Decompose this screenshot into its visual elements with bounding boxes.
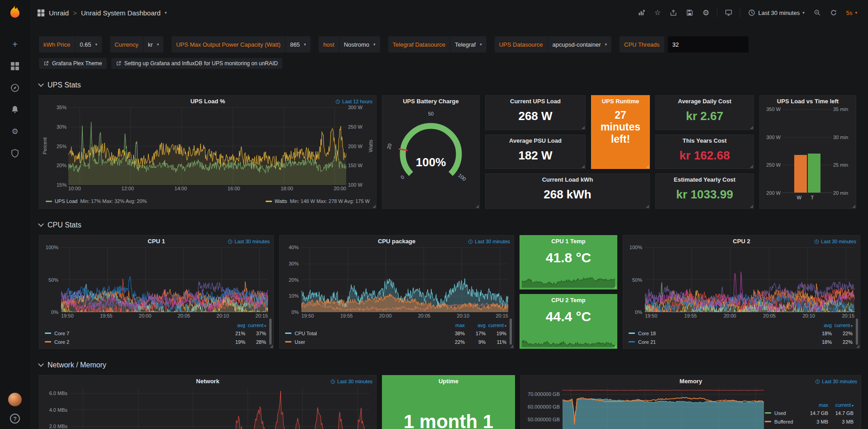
save-button[interactable] — [682, 6, 697, 19]
resize-handle[interactable] — [646, 205, 649, 208]
legend-item[interactable]: Core 1818%22% — [629, 329, 853, 337]
legend-scrollbar[interactable] — [269, 318, 272, 345]
resize-handle[interactable] — [646, 165, 649, 168]
variable-value[interactable]: Nostromo▾ — [339, 36, 380, 53]
cpu-package-chart[interactable] — [301, 247, 508, 312]
legend-sort-avg[interactable]: avg — [465, 323, 486, 328]
variable-kwh-price[interactable]: kWh Price0.65▾ — [39, 36, 102, 53]
time-range-badge[interactable]: Last 30 minutes — [466, 239, 510, 244]
legend-item[interactable]: Core 721%37% — [45, 329, 266, 337]
time-range-badge[interactable]: Last 30 minutes — [812, 239, 856, 244]
legend-item[interactable]: CPU Total38%17%19% — [285, 329, 506, 337]
panel-title[interactable]: UPS Load % — [39, 96, 376, 107]
resize-handle[interactable] — [750, 205, 753, 208]
dashboard-link-ups-monitoring-guide[interactable]: Setting up Grafana and InfluxDB for UPS … — [111, 58, 283, 69]
legend-item[interactable]: Used14.7 GB14.7 GB — [765, 409, 854, 417]
resize-handle[interactable] — [750, 126, 753, 129]
time-range-badge[interactable]: Last 30 minutes — [813, 379, 857, 384]
panel-title[interactable]: Memory — [521, 376, 861, 387]
legend-sort-avg[interactable]: avg — [811, 323, 832, 328]
panel-title[interactable]: Estimated Yearly Cost — [656, 174, 754, 186]
legend-item[interactable]: UPS LoadMin: 17% Max: 32% Avg: 20% — [46, 198, 147, 204]
memory-chart[interactable] — [563, 387, 764, 429]
zoom-out-button[interactable] — [810, 6, 825, 19]
dashboards-icon[interactable] — [5, 55, 25, 77]
refresh-button[interactable] — [826, 6, 841, 19]
legend-scrollbar[interactable] — [510, 318, 512, 345]
panel-title[interactable]: CPU 1 Temp — [520, 236, 617, 247]
variable-cpu-threads[interactable]: CPU Threads — [620, 36, 749, 53]
resize-handle[interactable] — [510, 345, 513, 348]
variable-host[interactable]: hostNostromo▾ — [319, 36, 380, 53]
row-header-cpu-stats[interactable]: CPU Stats — [39, 220, 862, 231]
refresh-interval-dropdown[interactable]: 5s ▾ — [843, 7, 861, 19]
variable-input-cpu-threads[interactable] — [668, 36, 749, 53]
share-button[interactable] — [666, 6, 681, 19]
cpu1-chart[interactable] — [61, 247, 268, 312]
variable-ups-max-output-power-capacity-watt[interactable]: UPS Max Output Power Capacity (Watt)865▾ — [172, 36, 310, 53]
panel-title[interactable]: UPS Load vs Time left — [760, 96, 856, 107]
resize-handle[interactable] — [613, 285, 616, 289]
variable-value[interactable]: 0.65▾ — [75, 36, 102, 53]
legend-item[interactable]: Buffered3 MB3 MB — [765, 417, 854, 426]
explore-compass-icon[interactable] — [5, 77, 25, 99]
time-range-badge[interactable]: Last 30 minutes — [329, 379, 372, 384]
configuration-gear-icon[interactable]: ⚙ — [5, 121, 25, 142]
variable-telegraf-datasource[interactable]: Telegraf DatasourceTelegraf▾ — [388, 36, 486, 53]
bar-t[interactable] — [808, 154, 820, 193]
resize-handle[interactable] — [613, 345, 616, 348]
bar-w[interactable] — [794, 155, 807, 193]
server-admin-shield-icon[interactable] — [5, 142, 25, 164]
resize-handle[interactable] — [476, 205, 479, 208]
panel-title[interactable]: Network — [39, 376, 376, 387]
legend-sort-avg[interactable]: avg — [224, 323, 245, 328]
cycle-view-mode-button[interactable] — [721, 6, 736, 19]
variable-value[interactable]: Telegraf▾ — [450, 36, 486, 53]
breadcrumb-dashboard-title[interactable]: Unraid System Dashboard — [81, 9, 161, 17]
time-range-badge[interactable]: Last 12 hours — [334, 99, 372, 104]
legend-sort-current[interactable]: current▾ — [245, 323, 266, 328]
variable-currency[interactable]: Currencykr▾ — [110, 36, 163, 53]
resize-handle[interactable] — [852, 205, 855, 208]
panel-title[interactable]: This Years Cost — [656, 135, 754, 147]
resize-handle[interactable] — [856, 345, 859, 348]
legend-scrollbar[interactable] — [856, 318, 858, 345]
add-icon[interactable]: + — [5, 34, 25, 55]
resize-handle[interactable] — [582, 126, 585, 129]
panel-title[interactable]: UPS Battery Charge — [382, 96, 479, 107]
bar-chart[interactable] — [782, 109, 832, 193]
legend-sort-current[interactable]: current▾ — [832, 323, 853, 328]
panel-title[interactable]: UPS Runtime — [591, 96, 649, 107]
panel-title[interactable]: Uptime — [382, 376, 515, 387]
variable-ups-datasource[interactable]: UPS Datasourceapcupsd-container▾ — [495, 36, 611, 53]
panel-title[interactable]: CPU 2 Temp — [520, 294, 617, 306]
legend-item[interactable]: Core 2118%22% — [629, 337, 853, 346]
alerting-bell-icon[interactable] — [5, 99, 25, 121]
legend-sort-current[interactable]: current▾ — [486, 323, 506, 328]
legend-item[interactable]: WattsMin: 148 W Max: 278 W Avg: 175 W — [266, 198, 370, 204]
legend-sort-max[interactable]: max — [444, 323, 465, 328]
panel-title[interactable]: Current UPS Load — [486, 96, 585, 107]
variable-value[interactable]: kr▾ — [143, 36, 163, 53]
legend-item[interactable]: Core 219%28% — [45, 337, 266, 346]
variable-value[interactable]: apcupsd-container▾ — [548, 36, 612, 53]
resize-handle[interactable] — [582, 165, 585, 168]
resize-handle[interactable] — [270, 345, 273, 348]
add-panel-button[interactable] — [634, 6, 649, 19]
resize-handle[interactable] — [372, 205, 376, 208]
row-header-ups-stats[interactable]: UPS Stats — [39, 80, 862, 91]
legend-sort-current[interactable]: current▾ — [828, 402, 854, 408]
ups-load-chart[interactable] — [68, 107, 346, 185]
panel-title[interactable]: Current Load kWh — [486, 174, 649, 186]
dashboard-settings-button[interactable]: ⚙ — [699, 6, 713, 19]
time-range-badge[interactable]: Last 30 minutes — [226, 239, 270, 244]
resize-handle[interactable] — [750, 165, 753, 168]
cpu2-chart[interactable] — [645, 247, 854, 312]
chevron-down-icon[interactable]: ▾ — [165, 10, 167, 15]
panel-title[interactable]: Average PSU Load — [486, 135, 585, 147]
panel-title[interactable]: Average Daily Cost — [656, 96, 754, 107]
legend-item[interactable]: User22%9%11% — [285, 337, 506, 346]
network-chart[interactable] — [71, 387, 370, 429]
star-button[interactable]: ☆ — [651, 6, 664, 19]
help-icon[interactable]: ? — [10, 414, 20, 424]
